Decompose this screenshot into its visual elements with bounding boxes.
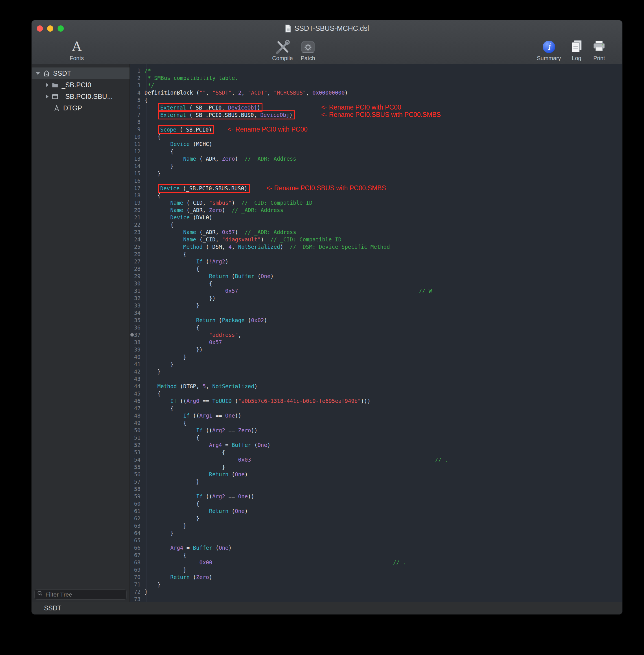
code-line[interactable]: 20 Name (_ADR, Zero) // _ADR: Address	[130, 206, 622, 214]
code-line[interactable]: 48 If ((Arg1 == One))	[130, 412, 622, 419]
code-line[interactable]: 6 External (_SB_.PCI0, DeviceObj) <- Ren…	[130, 104, 622, 111]
code-line[interactable]: 64 }	[130, 529, 622, 537]
code-line-content: 0x57	[144, 339, 222, 346]
code-line[interactable]: 16	[130, 177, 622, 184]
code-line[interactable]: 66 Arg4 = Buffer (One)	[130, 544, 622, 551]
disclosure-right-icon[interactable]	[46, 94, 49, 99]
code-token: ((	[177, 398, 186, 404]
code-line[interactable]: 72}	[130, 588, 622, 595]
code-line[interactable]: 49 {	[130, 419, 622, 427]
code-line[interactable]: 7 External (_SB_.PCI0.SBUS.BUS0, DeviceO…	[130, 111, 622, 118]
line-number: 70	[130, 573, 144, 581]
code-line[interactable]: 62 }	[130, 515, 622, 522]
code-line[interactable]: 60 {	[130, 500, 622, 507]
code-line[interactable]: 31 0x57 // W	[130, 287, 622, 294]
code-line[interactable]: 14 }	[130, 162, 622, 170]
code-line[interactable]: 3 */	[130, 82, 622, 89]
code-token: Method	[183, 244, 203, 250]
code-editor[interactable]: 1/*2 * SMBus compatibility table.3 */4De…	[130, 64, 622, 602]
code-line[interactable]: 33 }	[130, 302, 622, 309]
code-line[interactable]: 12 {	[130, 148, 622, 155]
sidebar-item-dtgp[interactable]: DTGP	[31, 102, 130, 114]
code-token: =	[183, 545, 193, 551]
filter-tree-input[interactable]	[34, 589, 127, 600]
code-line[interactable]: 43	[130, 375, 622, 383]
code-line[interactable]: 11 Device (MCHC)	[130, 140, 622, 148]
code-line[interactable]: 67 {	[130, 551, 622, 559]
code-line[interactable]: 56 Return (One)	[130, 471, 622, 478]
code-line[interactable]: 73	[130, 595, 622, 602]
code-line[interactable]: 40 }	[130, 353, 622, 361]
sidebar-item-sb-pci0-sbus[interactable]: _SB.PCI0.SBU...	[31, 91, 130, 102]
code-line[interactable]: 21 Device (DVL0)	[130, 214, 622, 221]
patch-button[interactable]: Patch	[301, 38, 315, 61]
compile-button[interactable]: Compile	[272, 38, 293, 61]
code-area[interactable]: 1/*2 * SMBus compatibility table.3 */4De…	[130, 67, 622, 602]
code-line[interactable]: 41 }	[130, 361, 622, 368]
code-line[interactable]: 26 {	[130, 250, 622, 258]
code-line[interactable]: 59 If ((Arg2 == One))	[130, 493, 622, 500]
code-line[interactable]: 9 Scope (_SB.PCI0) <- Rename PCI0 with P…	[130, 126, 622, 133]
code-line[interactable]: 70 Return (Zero)	[130, 573, 622, 581]
code-line[interactable]: 29 Return (Buffer (One)	[130, 272, 622, 280]
disclosure-right-icon[interactable]	[46, 83, 49, 87]
code-line[interactable]: 51 {	[130, 434, 622, 441]
code-line[interactable]: 53 {	[130, 449, 622, 456]
zoom-button[interactable]	[58, 25, 64, 31]
fonts-button[interactable]: A Fonts	[70, 38, 84, 61]
code-line[interactable]: 28 {	[130, 265, 622, 272]
code-line[interactable]: 54 0x03 // .	[130, 456, 622, 463]
code-line[interactable]: 19 Name (_CID, "smbus") // _CID: Compati…	[130, 199, 622, 206]
code-line[interactable]: 27 If (!Arg2)	[130, 258, 622, 265]
code-line[interactable]: 37 "address",	[130, 331, 622, 339]
code-line[interactable]: 39 })	[130, 346, 622, 353]
code-token: ,	[241, 90, 248, 96]
code-line[interactable]: 36 {	[130, 324, 622, 331]
code-line[interactable]: 46 If ((Arg0 == ToUUID ("a0b5b7c6-1318-4…	[130, 397, 622, 405]
summary-button[interactable]: i Summary	[537, 38, 561, 61]
code-line[interactable]: 2 * SMBus compatibility table.	[130, 74, 622, 82]
code-line[interactable]: 45 {	[130, 390, 622, 397]
minimize-button[interactable]	[47, 25, 53, 31]
code-line[interactable]: 57 }	[130, 478, 622, 485]
code-line[interactable]: 38 0x57	[130, 339, 622, 346]
code-line[interactable]: 47 {	[130, 405, 622, 412]
line-number: 19	[130, 199, 144, 206]
code-line[interactable]: 71 }	[130, 581, 622, 588]
close-button[interactable]	[37, 25, 43, 31]
code-line[interactable]: 44 Method (DTGP, 5, NotSerialized)	[130, 383, 622, 390]
code-line[interactable]: 4DefinitionBlock ("", "SSDT", 2, "ACDT",…	[130, 89, 622, 96]
code-line[interactable]: 22 {	[130, 221, 622, 228]
code-line[interactable]: 42 }	[130, 368, 622, 375]
code-line[interactable]: 30 {	[130, 280, 622, 287]
code-line[interactable]: 68 0x00 // .	[130, 559, 622, 566]
code-line[interactable]: 23 Name (_ADR, 0x57) // _ADR: Address	[130, 228, 622, 236]
log-button[interactable]: Log	[570, 38, 583, 61]
line-number: 16	[130, 177, 144, 184]
code-line[interactable]: 1/*	[130, 67, 622, 74]
print-button[interactable]: Print	[592, 38, 606, 61]
code-line[interactable]: 55 }	[130, 463, 622, 471]
code-line[interactable]: 35 Return (Package (0x02)	[130, 316, 622, 324]
code-line[interactable]: 13 Name (_ADR, Zero) // _ADR: Address	[130, 155, 622, 162]
sidebar-item-sb-pci0[interactable]: _SB.PCI0	[31, 79, 130, 91]
code-line[interactable]: 25 Method (_DSM, 4, NotSerialized) // _D…	[130, 243, 622, 250]
code-line[interactable]: 69 }	[130, 566, 622, 573]
disclosure-down-icon[interactable]	[36, 72, 40, 75]
sidebar-item-ssdt[interactable]: SSDT	[31, 67, 130, 79]
code-line[interactable]: 52 Arg4 = Buffer (One)	[130, 441, 622, 449]
code-line[interactable]: 65	[130, 537, 622, 544]
code-line[interactable]: 50 If ((Arg2 == Zero))	[130, 427, 622, 434]
code-line[interactable]: 63 }	[130, 522, 622, 529]
code-line[interactable]: 58	[130, 485, 622, 493]
code-line[interactable]: 17 Device (_SB.PCI0.SBUS.BUS0) <- Rename…	[130, 184, 622, 192]
code-token: (	[228, 508, 235, 514]
code-line[interactable]: 34	[130, 309, 622, 316]
code-token: ))	[248, 493, 254, 499]
code-line[interactable]: 61 Return (One)	[130, 507, 622, 515]
code-line[interactable]: 15 }	[130, 170, 622, 177]
code-line[interactable]: 24 Name (_CID, "diagsvault") // _CID: Co…	[130, 236, 622, 243]
code-line[interactable]: 5{	[130, 96, 622, 104]
code-line[interactable]: 32 })	[130, 294, 622, 302]
code-token	[251, 456, 435, 463]
